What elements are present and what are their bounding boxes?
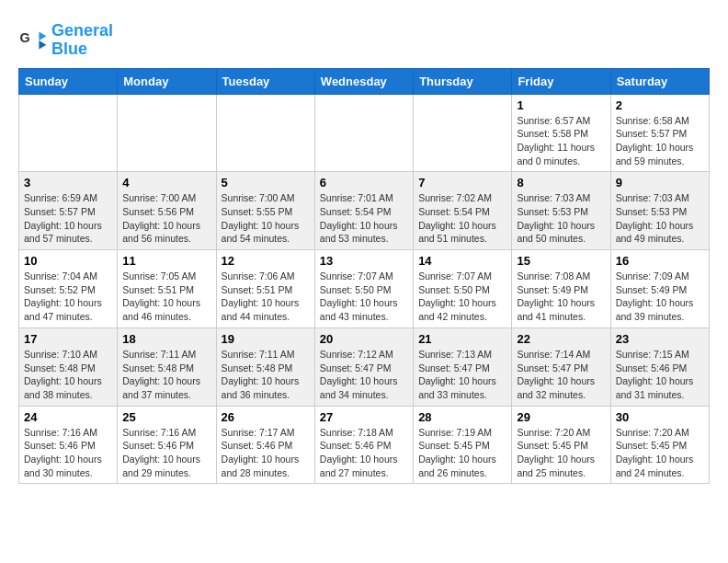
day-number: 28: [418, 410, 506, 424]
day-info: Sunrise: 6:57 AM Sunset: 5:58 PM Dayligh…: [517, 114, 605, 168]
weekday-header-saturday: Saturday: [610, 68, 709, 94]
day-cell: 17Sunrise: 7:10 AM Sunset: 5:48 PM Dayli…: [19, 327, 118, 406]
day-cell: 27Sunrise: 7:18 AM Sunset: 5:46 PM Dayli…: [314, 406, 413, 484]
day-info: Sunrise: 7:03 AM Sunset: 5:53 PM Dayligh…: [616, 191, 704, 246]
day-number: 9: [616, 176, 704, 190]
week-row-4: 17Sunrise: 7:10 AM Sunset: 5:48 PM Dayli…: [19, 327, 710, 406]
weekday-header-monday: Monday: [118, 68, 216, 94]
day-info: Sunrise: 7:01 AM Sunset: 5:54 PM Dayligh…: [320, 191, 408, 246]
day-number: 25: [122, 410, 210, 424]
day-number: 26: [222, 410, 310, 424]
day-info: Sunrise: 7:02 AM Sunset: 5:54 PM Dayligh…: [418, 191, 506, 246]
day-cell: 15Sunrise: 7:08 AM Sunset: 5:49 PM Dayli…: [512, 250, 610, 328]
day-cell: 21Sunrise: 7:13 AM Sunset: 5:47 PM Dayli…: [414, 327, 512, 406]
week-row-1: 1Sunrise: 6:57 AM Sunset: 5:58 PM Daylig…: [19, 94, 710, 172]
day-cell: 2Sunrise: 6:58 AM Sunset: 5:57 PM Daylig…: [610, 94, 709, 172]
day-info: Sunrise: 7:11 AM Sunset: 5:48 PM Dayligh…: [222, 348, 310, 402]
day-cell: [19, 94, 118, 172]
day-cell: 4Sunrise: 7:00 AM Sunset: 5:56 PM Daylig…: [118, 172, 216, 250]
day-info: Sunrise: 6:58 AM Sunset: 5:57 PM Dayligh…: [616, 114, 704, 168]
day-info: Sunrise: 6:59 AM Sunset: 5:57 PM Dayligh…: [24, 191, 112, 246]
day-cell: [314, 94, 413, 172]
day-cell: 10Sunrise: 7:04 AM Sunset: 5:52 PM Dayli…: [19, 250, 118, 328]
day-info: Sunrise: 7:11 AM Sunset: 5:48 PM Dayligh…: [122, 348, 210, 402]
day-cell: [216, 94, 314, 172]
day-number: 6: [320, 176, 408, 190]
logo-text2: Blue: [51, 40, 113, 59]
day-number: 15: [517, 254, 605, 268]
day-number: 17: [24, 332, 112, 346]
day-cell: 11Sunrise: 7:05 AM Sunset: 5:51 PM Dayli…: [118, 250, 216, 328]
day-cell: 13Sunrise: 7:07 AM Sunset: 5:50 PM Dayli…: [314, 250, 413, 328]
week-row-2: 3Sunrise: 6:59 AM Sunset: 5:57 PM Daylig…: [19, 172, 710, 250]
day-number: 11: [122, 254, 210, 268]
day-cell: 14Sunrise: 7:07 AM Sunset: 5:50 PM Dayli…: [414, 250, 512, 328]
day-number: 7: [418, 176, 506, 190]
day-number: 16: [616, 254, 704, 268]
page-header: G General Blue: [18, 18, 710, 59]
day-info: Sunrise: 7:20 AM Sunset: 5:45 PM Dayligh…: [517, 426, 605, 480]
day-info: Sunrise: 7:05 AM Sunset: 5:51 PM Dayligh…: [122, 270, 210, 324]
day-cell: 25Sunrise: 7:16 AM Sunset: 5:46 PM Dayli…: [118, 406, 216, 484]
day-info: Sunrise: 7:07 AM Sunset: 5:50 PM Dayligh…: [418, 270, 506, 324]
day-cell: 8Sunrise: 7:03 AM Sunset: 5:53 PM Daylig…: [512, 172, 610, 250]
day-info: Sunrise: 7:18 AM Sunset: 5:46 PM Dayligh…: [320, 426, 408, 480]
weekday-header-sunday: Sunday: [19, 68, 118, 94]
day-info: Sunrise: 7:14 AM Sunset: 5:47 PM Dayligh…: [517, 348, 605, 402]
weekday-header-row: SundayMondayTuesdayWednesdayThursdayFrid…: [19, 68, 710, 94]
day-info: Sunrise: 7:13 AM Sunset: 5:47 PM Dayligh…: [418, 348, 506, 402]
day-number: 24: [24, 410, 112, 424]
day-info: Sunrise: 7:20 AM Sunset: 5:45 PM Dayligh…: [616, 426, 704, 480]
day-cell: 29Sunrise: 7:20 AM Sunset: 5:45 PM Dayli…: [512, 406, 610, 484]
day-info: Sunrise: 7:06 AM Sunset: 5:51 PM Dayligh…: [222, 270, 310, 324]
day-info: Sunrise: 7:04 AM Sunset: 5:52 PM Dayligh…: [24, 270, 112, 324]
day-info: Sunrise: 7:17 AM Sunset: 5:46 PM Dayligh…: [222, 426, 310, 480]
day-number: 8: [517, 176, 605, 190]
week-row-5: 24Sunrise: 7:16 AM Sunset: 5:46 PM Dayli…: [19, 406, 710, 484]
day-cell: 5Sunrise: 7:00 AM Sunset: 5:55 PM Daylig…: [216, 172, 314, 250]
day-info: Sunrise: 7:03 AM Sunset: 5:53 PM Dayligh…: [517, 191, 605, 246]
day-info: Sunrise: 7:08 AM Sunset: 5:49 PM Dayligh…: [517, 270, 605, 324]
logo: G General Blue: [18, 22, 113, 59]
day-cell: 28Sunrise: 7:19 AM Sunset: 5:45 PM Dayli…: [414, 406, 512, 484]
day-number: 14: [418, 254, 506, 268]
day-cell: 12Sunrise: 7:06 AM Sunset: 5:51 PM Dayli…: [216, 250, 314, 328]
day-info: Sunrise: 7:00 AM Sunset: 5:56 PM Dayligh…: [122, 191, 210, 246]
day-info: Sunrise: 7:00 AM Sunset: 5:55 PM Dayligh…: [222, 191, 310, 246]
week-row-3: 10Sunrise: 7:04 AM Sunset: 5:52 PM Dayli…: [19, 250, 710, 328]
day-info: Sunrise: 7:15 AM Sunset: 5:46 PM Dayligh…: [616, 348, 704, 402]
day-info: Sunrise: 7:09 AM Sunset: 5:49 PM Dayligh…: [616, 270, 704, 324]
day-number: 2: [616, 98, 704, 112]
day-info: Sunrise: 7:19 AM Sunset: 5:45 PM Dayligh…: [418, 426, 506, 480]
day-cell: 6Sunrise: 7:01 AM Sunset: 5:54 PM Daylig…: [314, 172, 413, 250]
calendar-table: SundayMondayTuesdayWednesdayThursdayFrid…: [18, 68, 710, 485]
day-number: 12: [222, 254, 310, 268]
logo-text: General: [51, 22, 113, 40]
weekday-header-tuesday: Tuesday: [216, 68, 314, 94]
day-cell: 20Sunrise: 7:12 AM Sunset: 5:47 PM Dayli…: [314, 327, 413, 406]
day-info: Sunrise: 7:16 AM Sunset: 5:46 PM Dayligh…: [24, 426, 112, 480]
day-cell: 19Sunrise: 7:11 AM Sunset: 5:48 PM Dayli…: [216, 327, 314, 406]
logo-icon: G: [18, 26, 48, 55]
day-number: 27: [320, 410, 408, 424]
day-number: 20: [320, 332, 408, 346]
day-cell: 22Sunrise: 7:14 AM Sunset: 5:47 PM Dayli…: [512, 327, 610, 406]
weekday-header-thursday: Thursday: [414, 68, 512, 94]
day-number: 3: [24, 176, 112, 190]
day-number: 18: [122, 332, 210, 346]
day-number: 4: [122, 176, 210, 190]
day-number: 30: [616, 410, 704, 424]
day-number: 29: [517, 410, 605, 424]
day-cell: 30Sunrise: 7:20 AM Sunset: 5:45 PM Dayli…: [610, 406, 709, 484]
day-cell: 3Sunrise: 6:59 AM Sunset: 5:57 PM Daylig…: [19, 172, 118, 250]
weekday-header-friday: Friday: [512, 68, 610, 94]
day-cell: 23Sunrise: 7:15 AM Sunset: 5:46 PM Dayli…: [610, 327, 709, 406]
day-number: 10: [24, 254, 112, 268]
day-info: Sunrise: 7:07 AM Sunset: 5:50 PM Dayligh…: [320, 270, 408, 324]
day-cell: 1Sunrise: 6:57 AM Sunset: 5:58 PM Daylig…: [512, 94, 610, 172]
day-cell: [118, 94, 216, 172]
day-number: 5: [222, 176, 310, 190]
svg-text:G: G: [20, 29, 30, 44]
day-cell: 18Sunrise: 7:11 AM Sunset: 5:48 PM Dayli…: [118, 327, 216, 406]
day-cell: [414, 94, 512, 172]
